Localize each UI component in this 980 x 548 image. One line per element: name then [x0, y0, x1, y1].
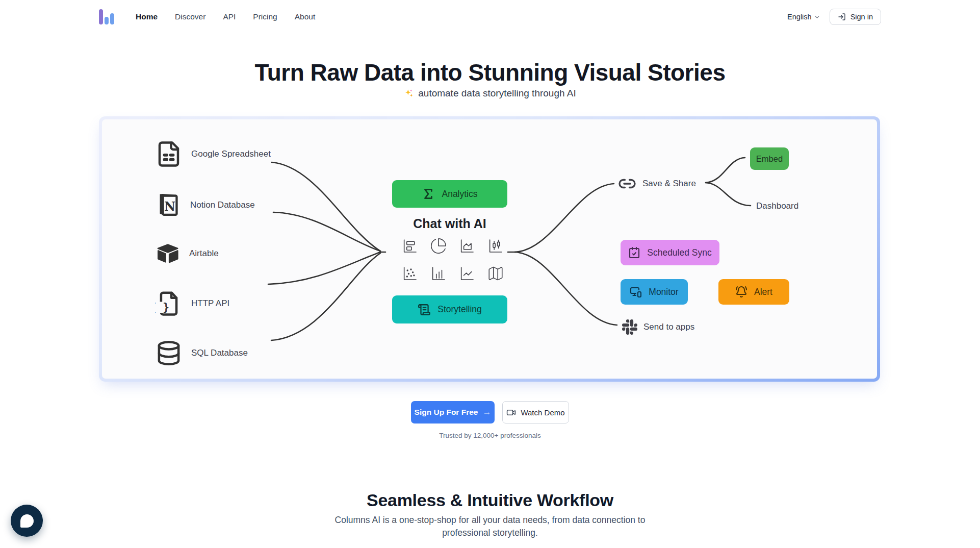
- chat-widget-button[interactable]: [11, 505, 43, 537]
- sigma-icon: [422, 187, 435, 201]
- embed-label: Embed: [756, 154, 783, 164]
- sign-up-button[interactable]: Sign Up For Free →: [411, 401, 495, 424]
- airtable-icon: [155, 241, 180, 266]
- workflow-diagram: Google Spreadsheet N Notion Database: [102, 119, 877, 379]
- send-to-apps-label: Send to apps: [643, 322, 694, 332]
- monitor-smartphone-icon: [630, 286, 642, 298]
- spreadsheet-file-icon: [155, 140, 183, 168]
- arrow-right-icon: →: [482, 407, 491, 417]
- line-chart-icon: [458, 265, 476, 282]
- workflow-heading: Seamless & Intuitive Workflow: [0, 490, 980, 510]
- language-selector[interactable]: English: [787, 13, 820, 21]
- sparkles-icon: [404, 88, 414, 98]
- scheduled-sync-chip: Scheduled Sync: [621, 240, 719, 265]
- pie-chart-icon: [430, 237, 447, 255]
- send-to-apps-node: Send to apps: [622, 318, 694, 336]
- analytics-label: Analytics: [442, 189, 477, 200]
- hero-subtitle: automate data storytelling through AI: [0, 88, 980, 99]
- embed-chip: Embed: [750, 147, 789, 170]
- scroll-text-icon: [418, 303, 431, 316]
- nav-link-api[interactable]: API: [223, 12, 236, 21]
- landing-page: Home Discover API Pricing About English: [0, 0, 980, 548]
- svg-text:N: N: [164, 200, 175, 214]
- save-share-node: Save & Share: [618, 175, 696, 193]
- area-chart-icon: [458, 237, 476, 255]
- sign-in-label: Sign in: [850, 13, 873, 21]
- scatter-plot-icon: [401, 265, 419, 282]
- candlestick-chart-icon: [487, 237, 504, 255]
- source-label: Google Spreadsheet: [191, 149, 271, 159]
- nav-link-discover[interactable]: Discover: [175, 12, 205, 21]
- page-title: Turn Raw Data into Stunning Visual Stori…: [0, 59, 980, 86]
- navbar: Home Discover API Pricing About English: [0, 0, 980, 34]
- source-label: Airtable: [189, 248, 219, 259]
- workflow-description: Columns AI is a one-stop-shop for all yo…: [322, 514, 658, 539]
- chevron-down-icon: [814, 14, 820, 20]
- sign-up-label: Sign Up For Free: [415, 408, 478, 417]
- alert-label: Alert: [754, 287, 772, 297]
- scheduled-sync-label: Scheduled Sync: [647, 247, 711, 258]
- source-notion-database: N Notion Database: [155, 190, 255, 220]
- hero-subtitle-text: automate data storytelling through AI: [418, 88, 576, 99]
- nav-links: Home Discover API Pricing About: [136, 12, 315, 21]
- source-label: Notion Database: [190, 200, 255, 210]
- chart-type-icons: [401, 237, 504, 282]
- monitor-label: Monitor: [649, 287, 678, 297]
- nav-link-about[interactable]: About: [295, 12, 316, 21]
- video-camera-icon: [506, 408, 516, 417]
- calendar-check-icon: [628, 246, 640, 259]
- source-label: SQL Database: [191, 348, 248, 358]
- log-in-icon: [838, 13, 846, 21]
- columns-logo-icon[interactable]: [99, 8, 114, 26]
- dashboard-node: Dashboard: [756, 201, 798, 211]
- database-icon: [155, 339, 183, 367]
- language-label: English: [787, 13, 812, 21]
- nav-link-home[interactable]: Home: [136, 12, 158, 21]
- slack-icon: [622, 319, 637, 335]
- sign-in-button[interactable]: Sign in: [830, 9, 881, 25]
- alert-chip: Alert: [718, 279, 789, 305]
- bar-vertical-chart-icon: [430, 265, 447, 282]
- svg-text:{ }: { }: [155, 301, 169, 313]
- analytics-chip: Analytics: [392, 180, 507, 208]
- nav-link-pricing[interactable]: Pricing: [253, 12, 277, 21]
- bell-ring-icon: [735, 286, 747, 298]
- notion-icon: N: [155, 192, 182, 218]
- source-http-api: { } HTTP API: [155, 289, 229, 318]
- watch-demo-button[interactable]: Watch Demo: [502, 401, 569, 424]
- chat-with-ai-heading: Chat with AI: [392, 216, 507, 231]
- monitor-chip: Monitor: [621, 279, 688, 305]
- storytelling-chip: Storytelling: [392, 295, 507, 323]
- storytelling-label: Storytelling: [437, 304, 482, 315]
- code-file-icon: { }: [155, 290, 183, 317]
- source-sql-database: SQL Database: [155, 338, 248, 368]
- chat-bubble-icon: [20, 514, 34, 528]
- source-airtable: Airtable: [155, 242, 219, 265]
- source-google-spreadsheet: Google Spreadsheet: [155, 138, 271, 170]
- bar-horizontal-chart-icon: [401, 237, 419, 255]
- workflow-diagram-frame: Google Spreadsheet N Notion Database: [99, 116, 880, 382]
- watch-demo-label: Watch Demo: [521, 408, 564, 417]
- map-icon: [487, 265, 504, 282]
- save-share-label: Save & Share: [642, 179, 696, 189]
- link-icon: [618, 175, 636, 193]
- trusted-text: Trusted by 12,000+ professionals: [0, 432, 980, 439]
- source-label: HTTP API: [191, 298, 229, 309]
